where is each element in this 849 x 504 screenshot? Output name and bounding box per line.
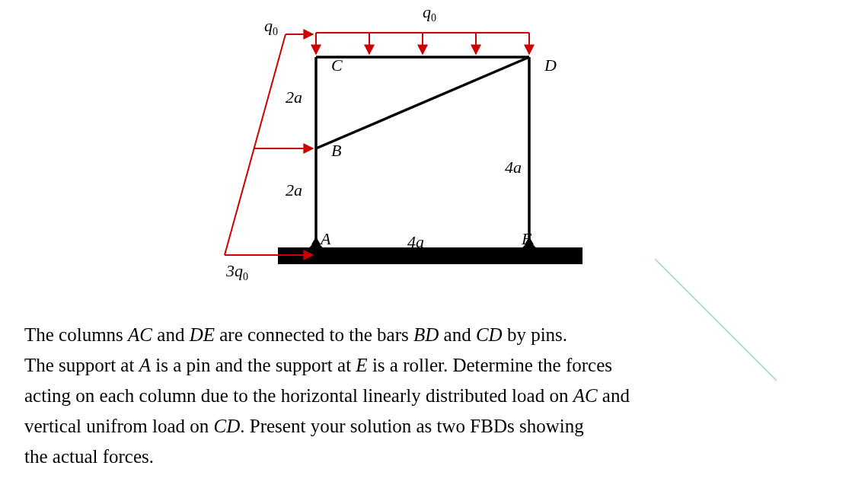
label-4a-side: 4a [505,158,522,177]
node-d: D [544,56,557,75]
label-2a-lower: 2a [286,180,302,199]
figure: q0 q0 3q0 2a 2a 4a 4a C D B A E [179,4,636,285]
page: q0 q0 3q0 2a 2a 4a 4a C D B A E [0,0,849,504]
svg-marker-0 [311,237,321,244]
node-a: A [319,229,331,248]
label-3q0: 3q0 [225,261,248,282]
linear-load-slope [225,34,286,255]
node-c: C [331,56,343,75]
node-e: E [521,229,532,248]
node-b: B [331,141,341,160]
problem-text: The columns AC and DE are connected to t… [24,320,831,472]
bar-bd [316,57,529,148]
label-q-top: q0 [423,2,436,24]
label-4a-bottom: 4a [407,232,424,251]
label-2a-upper: 2a [286,88,302,107]
label-q-left: q0 [264,16,278,37]
